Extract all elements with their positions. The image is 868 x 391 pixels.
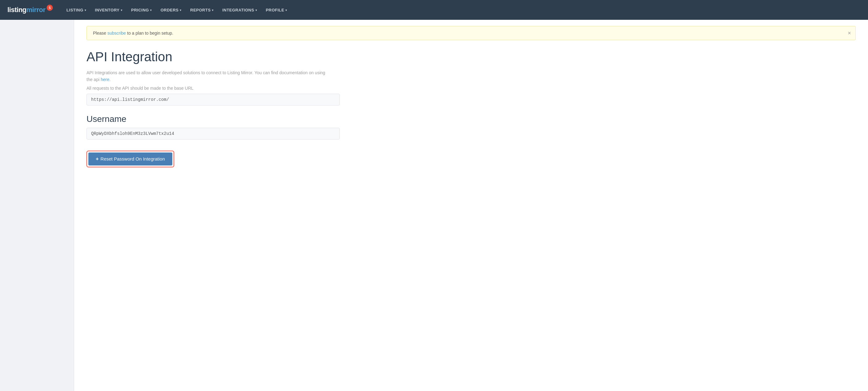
description-text-1: API Integrations are used to allow user … [87, 70, 325, 82]
nav-menu: LISTING ▾ INVENTORY ▾ PRICING ▾ ORDERS ▾ [63, 5, 291, 15]
nav-link-inventory[interactable]: INVENTORY ▾ [91, 5, 126, 15]
alert-banner: Please subscribe to a plan to begin setu… [87, 26, 856, 40]
alert-suffix: to a plan to begin setup. [126, 31, 173, 35]
reset-password-button[interactable]: + Reset Password On Integration [88, 152, 173, 166]
navbar: listingmirror 5 LISTING ▾ INVENTORY ▾ PR… [0, 0, 868, 20]
base-url-label: All requests to the API should be made t… [87, 86, 856, 91]
chevron-down-icon: ▾ [150, 9, 152, 12]
brand-listing: listing [7, 6, 26, 13]
nav-item-inventory[interactable]: INVENTORY ▾ [91, 5, 126, 15]
doc-link[interactable]: here [101, 77, 110, 82]
nav-link-orders[interactable]: ORDERS ▾ [157, 5, 185, 15]
brand-mirror: mirror [26, 6, 45, 13]
chevron-down-icon: ▾ [180, 9, 182, 12]
nav-link-profile[interactable]: PROFILE ▾ [262, 5, 291, 15]
username-label: Username [87, 114, 856, 124]
nav-item-profile[interactable]: PROFILE ▾ [262, 5, 291, 15]
chevron-down-icon: ▾ [285, 9, 287, 12]
page-title: API Integration [87, 50, 856, 64]
chevron-down-icon: ▾ [212, 9, 214, 12]
chevron-down-icon: ▾ [255, 9, 257, 12]
brand-logo[interactable]: listingmirror 5 [7, 6, 53, 14]
nav-link-listing[interactable]: LISTING ▾ [63, 5, 90, 15]
button-area: + Reset Password On Integration [87, 151, 856, 167]
base-url-input[interactable] [87, 94, 340, 106]
page-description: API Integrations are used to allow user … [87, 69, 328, 83]
nav-item-reports[interactable]: REPORTS ▾ [187, 5, 217, 15]
reset-button-label: Reset Password On Integration [100, 156, 165, 162]
alert-prefix: Please [93, 31, 107, 35]
subscribe-link[interactable]: subscribe [107, 31, 126, 35]
content-area: Please subscribe to a plan to begin setu… [74, 20, 868, 391]
description-text-2: . [110, 77, 111, 82]
username-input[interactable] [87, 128, 340, 140]
nav-item-listing[interactable]: LISTING ▾ [63, 5, 90, 15]
nav-link-integrations[interactable]: INTEGRATIONS ▾ [219, 5, 261, 15]
chevron-down-icon: ▾ [121, 9, 123, 12]
nav-link-pricing[interactable]: PRICING ▾ [127, 5, 155, 15]
reset-button-wrapper: + Reset Password On Integration [87, 151, 174, 167]
nav-item-integrations[interactable]: INTEGRATIONS ▾ [219, 5, 261, 15]
alert-close-button[interactable]: × [847, 30, 851, 36]
plus-icon: + [96, 156, 98, 162]
main-wrapper: Please subscribe to a plan to begin setu… [0, 20, 868, 391]
sidebar [0, 20, 74, 391]
chevron-down-icon: ▾ [85, 9, 87, 12]
notification-badge: 5 [46, 5, 53, 11]
nav-item-pricing[interactable]: PRICING ▾ [127, 5, 155, 15]
nav-link-reports[interactable]: REPORTS ▾ [187, 5, 217, 15]
nav-item-orders[interactable]: ORDERS ▾ [157, 5, 185, 15]
